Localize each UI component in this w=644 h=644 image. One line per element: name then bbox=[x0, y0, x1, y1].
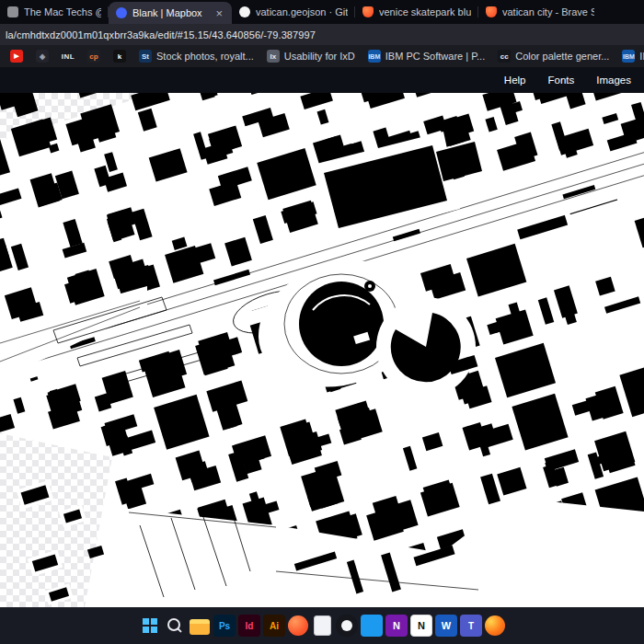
tab-vatican-search[interactable]: vatican city - Brave Search bbox=[478, 0, 602, 24]
bookmark-icon: cp bbox=[87, 50, 100, 63]
bookmark-stock-photos[interactable]: St Stock photos, royalt... bbox=[134, 48, 259, 64]
tab-title: vatican city - Brave Search bbox=[502, 6, 594, 17]
map-svg[interactable] bbox=[0, 93, 644, 607]
studio-header: Help Fonts Images bbox=[0, 67, 644, 93]
brave-favicon bbox=[486, 6, 497, 17]
bookmark-item-2[interactable]: ◈ bbox=[31, 48, 53, 64]
bookmark-icon: Ix bbox=[267, 50, 280, 63]
bookmark-icon: INL bbox=[62, 50, 75, 63]
windows-logo-icon bbox=[143, 618, 157, 633]
bookmark-k[interactable]: k bbox=[109, 48, 131, 64]
bookmark-usability-ixd[interactable]: Ix Usability for IxD bbox=[262, 48, 360, 64]
tab-title: Blank | Mapbox bbox=[132, 7, 208, 18]
word-button[interactable]: W bbox=[435, 615, 457, 637]
fonts-link[interactable]: Fonts bbox=[548, 75, 575, 86]
github-button[interactable] bbox=[336, 615, 358, 637]
onenote-button[interactable]: N bbox=[385, 615, 408, 637]
tab-title: The Mac Techs @ Sheridan :: L bbox=[24, 6, 101, 17]
cn-tower bbox=[364, 281, 375, 292]
images-link[interactable]: Images bbox=[596, 75, 631, 86]
bookmark-cp[interactable]: cp bbox=[83, 48, 105, 64]
tab-mac-techs[interactable]: The Mac Techs @ Sheridan :: L bbox=[0, 0, 109, 24]
bookmark-icon: k bbox=[113, 50, 126, 63]
vscode-button[interactable] bbox=[361, 615, 383, 637]
illustrator-button[interactable]: Ai bbox=[263, 615, 285, 637]
brave-button[interactable] bbox=[288, 615, 308, 636]
firefox-button[interactable] bbox=[485, 615, 505, 636]
screen: The Mac Techs @ Sheridan :: L Blank | Ma… bbox=[0, 0, 644, 644]
tab-mapbox-active[interactable]: Blank | Mapbox × bbox=[109, 2, 232, 24]
notepad-button[interactable] bbox=[311, 615, 333, 637]
file-explorer-button[interactable] bbox=[189, 615, 211, 637]
bookmark-icon: IBM bbox=[368, 50, 381, 63]
photoshop-button[interactable]: Ps bbox=[213, 615, 236, 637]
notion-button[interactable]: N bbox=[410, 615, 432, 637]
mapbox-favicon bbox=[116, 7, 127, 18]
bookmark-icon: ◈ bbox=[36, 50, 49, 63]
help-link[interactable]: Help bbox=[504, 75, 526, 86]
bookmark-youtube[interactable]: ▶ bbox=[6, 48, 28, 64]
folder-icon bbox=[190, 619, 210, 635]
taskbar: Ps Id Ai N N W T bbox=[0, 607, 644, 644]
bookmark-icon: cc bbox=[498, 50, 511, 63]
tab-title: vatican.geojson · GitHub bbox=[256, 6, 348, 17]
bookmark-ibm-design[interactable]: IBM IBM Design Langua... bbox=[617, 48, 644, 64]
bookmark-label: Stock photos, royalt... bbox=[156, 51, 254, 62]
bookmark-label: Color palette gener... bbox=[515, 51, 609, 62]
indesign-button[interactable]: Id bbox=[238, 615, 260, 637]
url-text[interactable]: la/cmhdtxdz0001m01qxbrr3a9ka/edit/#15.15… bbox=[0, 29, 316, 40]
windows-start-button[interactable] bbox=[139, 615, 161, 637]
tab-favicon bbox=[7, 6, 18, 17]
bookmarks-bar: ▶ ◈ INL cp k St Stock photos, royalt... … bbox=[0, 45, 644, 67]
bookmark-label: IBM Design Langua... bbox=[639, 51, 644, 62]
youtube-icon: ▶ bbox=[10, 50, 23, 63]
teams-button[interactable]: T bbox=[460, 615, 482, 637]
tab-github-geojson[interactable]: vatican.geojson · GitHub bbox=[232, 0, 355, 24]
brave-favicon bbox=[362, 6, 374, 17]
bookmark-label: Usability for IxD bbox=[284, 51, 355, 62]
bookmark-icon: IBM bbox=[622, 50, 635, 63]
tab-strip: The Mac Techs @ Sheridan :: L Blank | Ma… bbox=[0, 0, 644, 24]
search-button[interactable] bbox=[164, 615, 186, 637]
address-bar[interactable]: la/cmhdtxdz0001m01qxbrr3a9ka/edit/#15.15… bbox=[0, 24, 644, 45]
github-favicon bbox=[239, 6, 250, 17]
bookmark-label: IBM PC Software | P... bbox=[385, 51, 485, 62]
bookmark-color-palette[interactable]: cc Color palette gener... bbox=[493, 48, 614, 64]
map-canvas[interactable] bbox=[0, 93, 644, 607]
document-icon bbox=[314, 615, 331, 636]
bookmark-ibm-pc-software[interactable]: IBM IBM PC Software | P... bbox=[363, 48, 489, 64]
bookmark-icon: St bbox=[139, 50, 152, 63]
tab-venice-search[interactable]: venice skatepark blueprints - B bbox=[355, 0, 478, 24]
tab-title: venice skatepark blueprints - B bbox=[379, 6, 471, 17]
close-icon[interactable]: × bbox=[213, 6, 224, 20]
bookmark-inl[interactable]: INL bbox=[57, 48, 79, 64]
